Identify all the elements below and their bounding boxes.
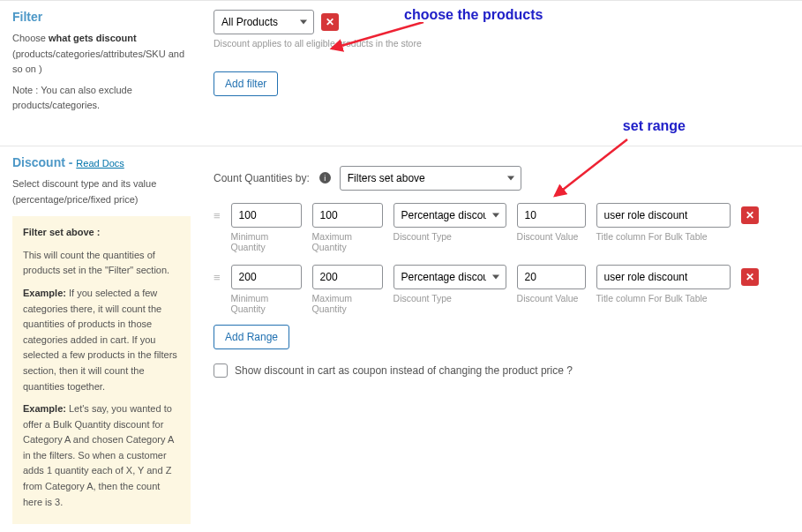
- title-col-label: Title column For Bulk Table: [596, 293, 731, 303]
- remove-range-button[interactable]: ✕: [741, 206, 759, 224]
- show-coupon-label: Show discount in cart as coupon instead …: [235, 364, 573, 377]
- disc-type-label: Discount Type: [394, 293, 506, 303]
- add-filter-button[interactable]: Add filter: [214, 71, 278, 96]
- discount-main: Count Quantities by: i Filters set above…: [203, 155, 802, 524]
- close-icon: ✕: [326, 16, 334, 28]
- discount-title-row: Discount - Read Docs: [12, 155, 191, 169]
- count-by-select[interactable]: Filters set above: [340, 166, 521, 191]
- close-icon: ✕: [746, 271, 754, 283]
- filter-sidebar: Filter Choose what gets discount (produc…: [0, 10, 203, 119]
- disc-val-label: Discount Value: [517, 231, 586, 242]
- discount-infobox: Filter set above : This will count the q…: [12, 216, 191, 524]
- min-qty-label: Minimum Quantity: [231, 231, 302, 252]
- filter-title: Filter: [12, 10, 191, 24]
- title-column-input[interactable]: [596, 265, 731, 289]
- show-coupon-row: Show discount in cart as coupon instead …: [214, 363, 784, 378]
- disc-type-label: Discount Type: [394, 231, 506, 242]
- discount-type-select[interactable]: Percentage discount: [394, 203, 506, 228]
- filter-main: All Products ✕ Discount applies to all e…: [203, 10, 802, 119]
- filter-note: Note : You can also exclude products/cat…: [12, 83, 191, 114]
- discount-type-select[interactable]: Percentage discount: [394, 265, 506, 289]
- discount-title: Discount -: [12, 155, 76, 169]
- max-qty-label: Maximum Quantity: [312, 231, 383, 252]
- filter-product-select-wrap: All Products: [214, 10, 314, 34]
- remove-range-button[interactable]: ✕: [741, 268, 759, 286]
- filter-desc: Choose what gets discount (products/cate…: [12, 31, 191, 78]
- min-qty-input[interactable]: [231, 203, 302, 228]
- max-qty-label: Maximum Quantity: [312, 293, 383, 314]
- discount-value-input[interactable]: [517, 203, 586, 228]
- discount-desc: Select discount type and its value (perc…: [12, 176, 191, 207]
- filter-product-select[interactable]: All Products: [214, 10, 314, 34]
- title-column-input[interactable]: [596, 203, 731, 228]
- drag-handle-icon[interactable]: ≡: [214, 210, 221, 221]
- discount-value-input[interactable]: [517, 265, 586, 289]
- filter-help-text: Discount applies to all eligible product…: [214, 38, 784, 49]
- show-coupon-checkbox[interactable]: [214, 363, 228, 378]
- disc-val-label: Discount Value: [517, 293, 586, 303]
- min-qty-label: Minimum Quantity: [231, 293, 302, 314]
- close-icon: ✕: [746, 209, 754, 221]
- add-range-button[interactable]: Add Range: [214, 325, 289, 349]
- discount-read-docs-link[interactable]: Read Docs: [76, 158, 124, 169]
- discount-range-row: ≡ Minimum Quantity Maximum Quantity Perc…: [214, 203, 784, 252]
- discount-range-row: ≡ Minimum Quantity Maximum Quantity Perc…: [214, 265, 784, 314]
- max-qty-input[interactable]: [312, 265, 383, 289]
- filter-remove-button[interactable]: ✕: [321, 13, 339, 31]
- min-qty-input[interactable]: [231, 265, 302, 289]
- max-qty-input[interactable]: [312, 203, 383, 228]
- info-icon: i: [319, 172, 331, 184]
- count-by-label: Count Quantities by:: [214, 172, 310, 184]
- title-col-label: Title column For Bulk Table: [596, 231, 731, 242]
- discount-sidebar: Discount - Read Docs Select discount typ…: [0, 155, 203, 524]
- discount-section: Discount - Read Docs Select discount typ…: [0, 146, 802, 532]
- drag-handle-icon[interactable]: ≡: [214, 272, 221, 283]
- filter-section: Filter Choose what gets discount (produc…: [0, 0, 802, 146]
